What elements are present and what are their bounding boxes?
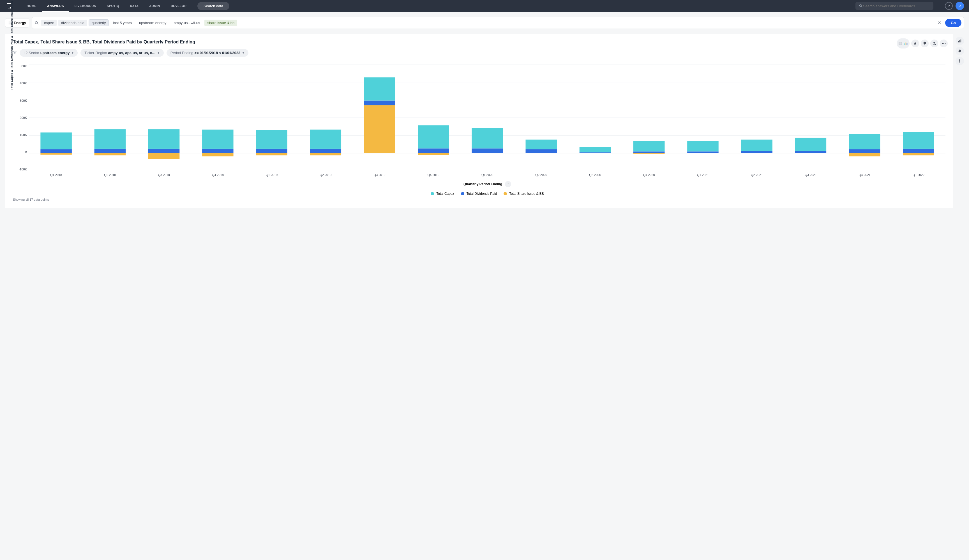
user-avatar[interactable]: P (956, 2, 964, 10)
query-token[interactable]: quarterly (89, 20, 109, 26)
go-button[interactable]: Go (945, 19, 961, 27)
answer-title: Total Capex, Total Share Issue & BB, Tot… (13, 40, 946, 45)
search-data-button[interactable]: Search data (197, 2, 229, 10)
x-tick: Q1 2018 (29, 171, 83, 176)
y-tick: -100K (19, 168, 27, 171)
query-token[interactable]: upstream energy (136, 20, 169, 26)
table-view-button[interactable] (898, 40, 903, 47)
nav-answers[interactable]: ANSWERS (42, 0, 69, 12)
data-source-selector[interactable]: Energy (5, 18, 29, 27)
nav-spotiq[interactable]: SPOTIQ (102, 0, 125, 12)
x-tick: Q2 2018 (83, 171, 137, 176)
x-tick: Q2 2019 (299, 171, 353, 176)
svg-rect-38 (418, 148, 449, 153)
svg-point-9 (945, 43, 946, 44)
answer-toolbar (897, 38, 948, 48)
y-tick: 400K (20, 81, 27, 85)
divider (941, 3, 941, 9)
svg-rect-55 (795, 138, 826, 151)
svg-rect-40 (418, 153, 449, 155)
svg-rect-25 (148, 153, 180, 159)
nav-data[interactable]: DATA (125, 0, 144, 12)
global-search[interactable] (856, 2, 933, 10)
query-tokens: capexdividends paidquarterlylast 5 years… (41, 20, 934, 26)
svg-rect-29 (256, 149, 287, 153)
svg-rect-62 (958, 41, 959, 42)
y-tick: 0 (25, 151, 27, 154)
svg-rect-24 (148, 129, 180, 149)
svg-rect-39 (418, 125, 449, 148)
info-button[interactable]: i (956, 57, 964, 65)
legend-label: Total Dividends Paid (466, 192, 497, 196)
svg-rect-64 (961, 40, 961, 43)
svg-point-8 (944, 43, 944, 44)
x-tick: Q3 2019 (353, 171, 406, 176)
x-tick: Q4 2018 (191, 171, 245, 176)
query-token[interactable]: ampy-us...wll-us (171, 20, 203, 26)
share-button[interactable] (930, 40, 938, 47)
bar-chart[interactable] (29, 65, 946, 171)
y-tick: 100K (20, 133, 27, 136)
svg-rect-59 (903, 149, 934, 153)
svg-rect-53 (741, 140, 772, 151)
svg-rect-36 (364, 101, 395, 105)
svg-rect-33 (310, 130, 341, 148)
svg-rect-23 (148, 149, 180, 153)
svg-rect-37 (364, 77, 395, 100)
legend-label: Total Capex (436, 192, 454, 196)
svg-rect-51 (687, 141, 718, 151)
nav-liveboards[interactable]: LIVEBOARDS (69, 0, 102, 12)
spotiq-button[interactable] (921, 40, 929, 47)
nav-home[interactable]: HOME (21, 0, 42, 12)
filter-chip[interactable]: Ticker-Region ampy-us, apa-us, ar-us, c…… (80, 49, 163, 56)
legend-item[interactable]: Total Dividends Paid (461, 192, 497, 196)
svg-rect-19 (40, 153, 72, 155)
svg-rect-56 (849, 150, 880, 153)
more-button[interactable] (940, 40, 948, 47)
x-tick: Q2 2021 (730, 171, 784, 176)
settings-button[interactable] (956, 47, 964, 55)
query-token[interactable]: capex (41, 20, 57, 26)
help-button[interactable]: ? (945, 2, 953, 10)
view-toggle (897, 38, 909, 48)
x-tick: Q3 2020 (568, 171, 622, 176)
svg-rect-35 (364, 105, 395, 153)
svg-rect-54 (795, 151, 826, 153)
svg-point-2 (35, 21, 38, 23)
query-search-bar[interactable]: capexdividends paidquarterlylast 5 years… (32, 17, 964, 29)
sort-axis-button[interactable]: ↑ (505, 181, 511, 187)
svg-rect-52 (741, 151, 772, 153)
x-tick: Q2 2020 (514, 171, 568, 176)
chart-view-button[interactable] (903, 40, 908, 47)
query-token[interactable]: last 5 years (110, 20, 134, 26)
legend-label: Total Share Issue & BB (509, 192, 544, 196)
svg-rect-32 (310, 149, 341, 153)
query-token[interactable]: share issue & bb (205, 20, 237, 26)
legend-item[interactable]: Total Capex (431, 192, 454, 196)
svg-rect-42 (471, 128, 503, 148)
svg-rect-26 (202, 149, 233, 153)
y-axis-ticks: 500K400K300K200K100K0-100K (13, 65, 29, 171)
nav-admin[interactable]: ADMIN (144, 0, 165, 12)
answer-card: Total Capex, Total Share Issue & BB, Tot… (5, 34, 953, 208)
legend-item[interactable]: Total Share Issue & BB (504, 192, 544, 196)
top-nav: HOMEANSWERSLIVEBOARDSSPOTIQDATAADMINDEVE… (0, 0, 969, 12)
legend-swatch (504, 192, 507, 195)
svg-rect-49 (633, 153, 664, 154)
query-token[interactable]: dividends paid (58, 20, 87, 26)
nav-develop[interactable]: DEVELOP (165, 0, 192, 12)
svg-rect-58 (849, 153, 880, 156)
svg-rect-50 (687, 151, 718, 153)
global-search-input[interactable] (863, 4, 930, 8)
filter-chip[interactable]: Period Ending >= 01/01/2018 < 01/01/2023… (166, 49, 248, 56)
clear-query-button[interactable]: ✕ (936, 20, 943, 27)
edit-chart-button[interactable] (956, 37, 964, 45)
x-tick: Q3 2018 (137, 171, 191, 176)
filter-chip[interactable]: L2 Sector upstream energy▼ (20, 49, 78, 56)
pin-button[interactable] (911, 40, 919, 47)
chart-area: Total Capex & Total Dividends Paid & Tot… (13, 65, 946, 201)
svg-rect-30 (256, 130, 287, 149)
svg-point-1 (860, 5, 862, 7)
svg-rect-46 (579, 147, 611, 153)
svg-rect-44 (525, 140, 556, 150)
